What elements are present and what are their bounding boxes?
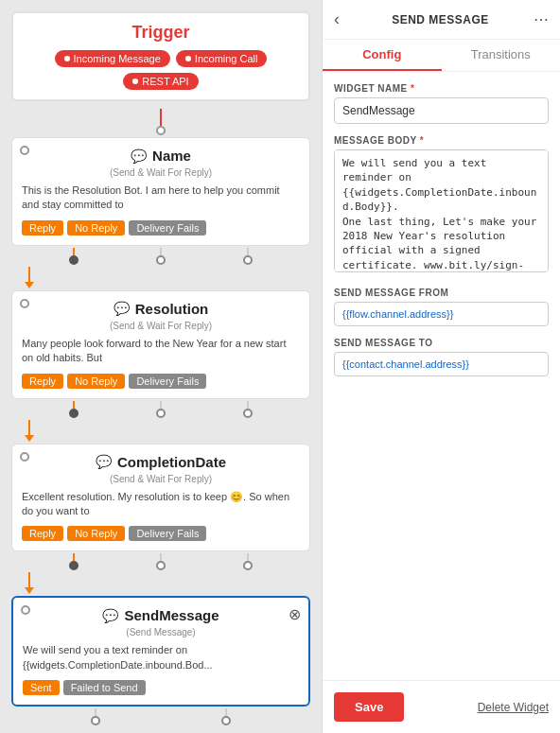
no-reply-button[interactable]: No Reply (67, 220, 125, 236)
panel-title: SEND MESSAGE (347, 13, 534, 26)
multi-connector (11, 401, 310, 418)
widget-subtitle: (Send & Wait For Reply) (22, 167, 300, 178)
orange-arrow (11, 267, 310, 288)
delete-widget-button[interactable]: Delete Widget (478, 701, 549, 714)
widget-resolution[interactable]: 💬 Resolution (Send & Wait For Reply) Man… (11, 290, 310, 399)
required-indicator: * (420, 135, 424, 146)
send-from-label: SEND MESSAGE FROM (334, 288, 549, 298)
mc-dot (156, 409, 166, 418)
widget-subtitle: (Send & Wait For Reply) (22, 321, 300, 331)
widget-title: SendMessage (124, 607, 219, 623)
trigger-dot (132, 79, 138, 84)
widget-actions: Sent Failed to Send (23, 680, 299, 695)
right-panel: ‹ SEND MESSAGE ⋯ Config Transitions WIDG… (322, 0, 560, 733)
widget-header: 💬 CompletionDate (22, 454, 300, 470)
multi-connector (11, 553, 310, 570)
connector (11, 109, 310, 135)
save-button[interactable]: Save (334, 692, 404, 722)
trigger-btn-label: REST API (142, 76, 188, 87)
tab-config[interactable]: Config (323, 40, 442, 71)
trigger-dot (185, 56, 191, 61)
mc-dot (156, 255, 166, 265)
multi-connector (11, 708, 310, 725)
no-reply-button[interactable]: No Reply (67, 526, 125, 541)
trigger-title: Trigger (23, 23, 299, 43)
trigger-dot (64, 56, 70, 61)
widget-subtitle: (Send Message) (23, 627, 299, 637)
delivery-fails-button[interactable]: Delivery Fails (129, 220, 206, 236)
back-button[interactable]: ‹ (334, 9, 340, 29)
message-body-input[interactable]: We will send you a text reminder on {{wi… (334, 149, 549, 272)
trigger-btn-rest-api[interactable]: REST API (123, 73, 198, 90)
trigger-buttons: Incoming Message Incoming Call REST API (23, 50, 299, 90)
widget-node-dot (20, 146, 29, 155)
panel-header: ‹ SEND MESSAGE ⋯ (323, 0, 560, 40)
flow-canvas[interactable]: Trigger Incoming Message Incoming Call R… (0, 0, 322, 733)
widget-preview-text: Many people look forward to the New Year… (22, 337, 300, 366)
widget-name-label: WIDGET NAME * (334, 83, 549, 94)
orange-arrow (11, 420, 310, 442)
widget-title: Resolution (135, 301, 209, 317)
mc-dot (156, 561, 166, 570)
panel-body: WIDGET NAME * MESSAGE BODY * We will sen… (323, 72, 560, 680)
widget-header: 💬 Name (22, 148, 300, 164)
message-body-label: MESSAGE BODY * (334, 135, 549, 146)
widget-actions: Reply No Reply Delivery Fails (22, 220, 300, 236)
trigger-btn-incoming-message[interactable]: Incoming Message (55, 50, 170, 67)
widget-preview-text: This is the Resolution Bot. I am here to… (22, 183, 300, 213)
widget-node-dot (20, 452, 29, 462)
chat-icon: 💬 (102, 608, 118, 623)
node-dot (156, 126, 166, 135)
mc-dot (69, 409, 79, 418)
chat-icon: 💬 (114, 301, 130, 316)
widget-name-input[interactable] (334, 97, 549, 124)
tab-transitions[interactable]: Transitions (442, 40, 561, 71)
widget-actions: Reply No Reply Delivery Fails (22, 526, 300, 541)
widget-sendmessage[interactable]: ⊗ 💬 SendMessage (Send Message) We will s… (11, 596, 310, 707)
trigger-btn-incoming-call[interactable]: Incoming Call (176, 50, 268, 67)
tabs-row: Config Transitions (323, 40, 560, 72)
required-indicator: * (411, 83, 414, 94)
mc-dot (69, 561, 79, 570)
send-from-value[interactable]: {{flow.channel.address}} (334, 302, 549, 326)
widget-actions: Reply No Reply Delivery Fails (22, 374, 300, 389)
widget-preview-text: Excellent resolution. My resolution is t… (22, 490, 300, 519)
reply-button[interactable]: Reply (22, 526, 63, 541)
close-icon[interactable]: ⊗ (289, 605, 301, 623)
widget-title: Name (152, 148, 191, 164)
send-to-label: SEND MESSAGE TO (334, 338, 549, 348)
widget-title: CompletionDate (117, 454, 226, 470)
widget-preview-text: We will send you a text reminder on {{wi… (23, 643, 299, 672)
no-reply-button[interactable]: No Reply (67, 374, 125, 389)
widget-node-dot (20, 299, 29, 308)
mc-dot (69, 255, 79, 265)
delivery-fails-button[interactable]: Delivery Fails (129, 374, 206, 389)
send-to-value[interactable]: {{contact.channel.address}} (334, 352, 549, 376)
chat-icon: 💬 (131, 148, 147, 164)
widget-name[interactable]: 💬 Name (Send & Wait For Reply) This is t… (11, 137, 310, 246)
mc-dot (91, 716, 100, 725)
reply-button[interactable]: Reply (22, 220, 63, 236)
mc-dot (243, 409, 253, 418)
more-options-button[interactable]: ⋯ (534, 10, 549, 28)
panel-footer: Save Delete Widget (323, 680, 560, 733)
widget-header: 💬 Resolution (22, 301, 300, 317)
widget-subtitle: (Send & Wait For Reply) (22, 474, 300, 484)
trigger-btn-label: Incoming Call (195, 53, 258, 64)
widget-header: 💬 SendMessage (23, 607, 299, 623)
orange-arrow (11, 572, 310, 594)
trigger-btn-label: Incoming Message (74, 53, 161, 64)
mc-dot (243, 561, 253, 570)
mc-dot (243, 255, 253, 265)
widget-completiondate[interactable]: 💬 CompletionDate (Send & Wait For Reply)… (11, 444, 310, 552)
delivery-fails-button[interactable]: Delivery Fails (129, 526, 206, 541)
multi-connector (11, 248, 310, 265)
mc-dot (221, 716, 231, 725)
sent-button[interactable]: Sent (23, 680, 60, 695)
failed-to-send-button[interactable]: Failed to Send (63, 680, 146, 695)
reply-button[interactable]: Reply (22, 374, 63, 389)
chat-icon: 💬 (96, 454, 112, 469)
trigger-block: Trigger Incoming Message Incoming Call R… (11, 11, 310, 101)
